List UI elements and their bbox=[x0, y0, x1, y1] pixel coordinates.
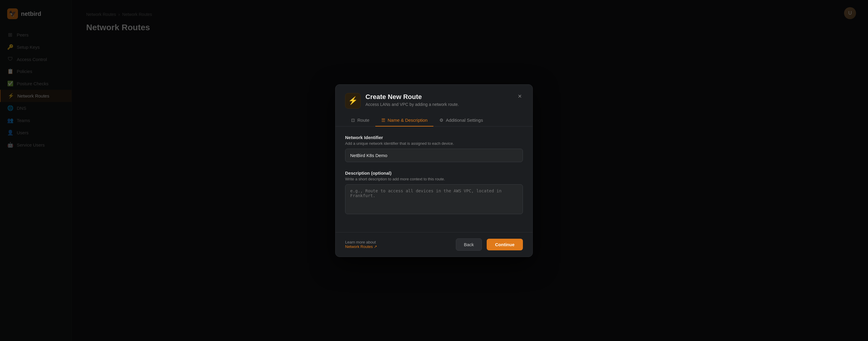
name-tab-icon: ☰ bbox=[381, 117, 385, 123]
modal-icon: ⚡ bbox=[345, 93, 361, 109]
learn-more-section: Learn more about Network Routes ↗ bbox=[345, 240, 451, 249]
modal-header: ⚡ Create New Route Access LANs and VPC b… bbox=[336, 84, 532, 109]
tab-route[interactable]: ⊡ Route bbox=[345, 114, 375, 127]
network-identifier-group: Network Identifier Add a unique network … bbox=[345, 135, 523, 162]
description-textarea[interactable] bbox=[345, 184, 523, 214]
modal-subtitle: Access LANs and VPC by adding a network … bbox=[366, 102, 512, 107]
tab-additional-settings[interactable]: ⚙ Additional Settings bbox=[433, 114, 489, 127]
network-routes-link[interactable]: Network Routes ↗ bbox=[345, 244, 451, 249]
network-identifier-hint: Add a unique network identifier that is … bbox=[345, 141, 523, 146]
modal-body: Network Identifier Add a unique network … bbox=[336, 127, 532, 232]
modal-backdrop: ⚡ Create New Route Access LANs and VPC b… bbox=[0, 0, 868, 341]
description-group: Description (optional) Write a short des… bbox=[345, 170, 523, 215]
close-button[interactable]: × bbox=[517, 92, 523, 101]
network-identifier-input[interactable] bbox=[345, 149, 523, 162]
description-hint: Write a short description to add more co… bbox=[345, 177, 523, 181]
back-button[interactable]: Back bbox=[456, 238, 482, 251]
modal-tabs: ⊡ Route ☰ Name & Description ⚙ Additiona… bbox=[336, 109, 532, 127]
tab-name-label: Name & Description bbox=[388, 117, 427, 123]
tab-route-label: Route bbox=[358, 117, 369, 123]
create-route-modal: ⚡ Create New Route Access LANs and VPC b… bbox=[335, 84, 533, 257]
description-label: Description (optional) bbox=[345, 170, 523, 176]
external-link-icon: ↗ bbox=[374, 244, 377, 249]
modal-title: Create New Route bbox=[366, 93, 512, 101]
continue-button[interactable]: Continue bbox=[487, 239, 523, 250]
network-identifier-label: Network Identifier bbox=[345, 135, 523, 140]
tab-settings-label: Additional Settings bbox=[446, 117, 483, 123]
route-tab-icon: ⊡ bbox=[351, 117, 355, 123]
modal-title-block: Create New Route Access LANs and VPC by … bbox=[366, 93, 512, 107]
modal-footer: Learn more about Network Routes ↗ Back C… bbox=[336, 232, 532, 257]
learn-more-prefix: Learn more about bbox=[345, 240, 376, 244]
settings-tab-icon: ⚙ bbox=[439, 117, 443, 123]
tab-name-description[interactable]: ☰ Name & Description bbox=[375, 114, 433, 127]
